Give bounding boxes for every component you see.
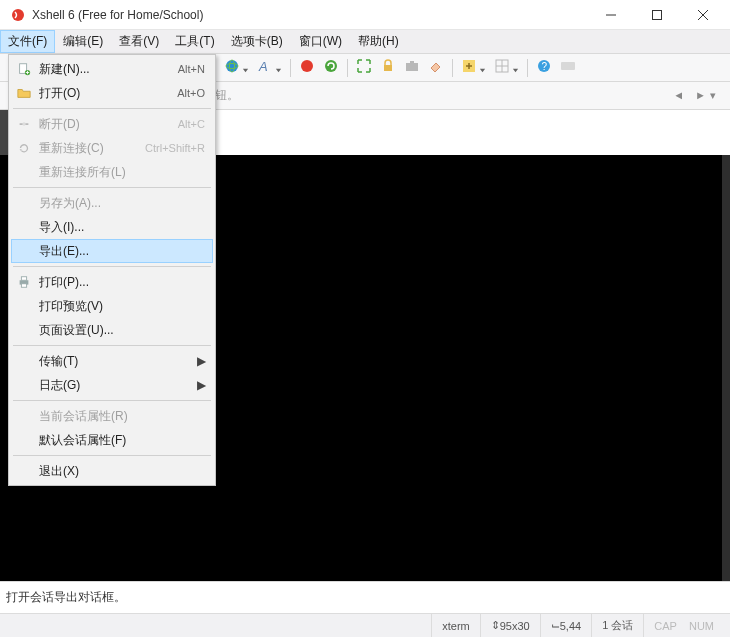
menu-tools[interactable]: 工具(T) [167,30,222,53]
svg-point-10 [325,60,337,72]
menu-item-l: 重新连接所有(L) [11,160,213,184]
xshell-icon[interactable] [299,58,315,77]
svg-point-0 [12,9,24,21]
svg-rect-13 [410,61,414,63]
help-icon[interactable]: ? [536,58,552,77]
menu-item-label: 导出(E)... [39,243,205,260]
print-icon [15,274,33,290]
menu-item-i[interactable]: 导入(I)... [11,215,213,239]
status-sessions: 1 会话 [591,614,643,637]
svg-point-9 [301,60,313,72]
app-logo-icon [10,7,26,23]
menu-tab[interactable]: 选项卡(B) [223,30,291,53]
file-menu-dropdown: 新建(N)...Alt+N打开(O)Alt+O断开(D)Alt+C重新连接(C)… [8,54,216,486]
close-button[interactable] [680,0,726,30]
menu-file[interactable]: 文件(F) [0,30,55,53]
menu-item-label: 断开(D) [39,116,178,133]
menu-item-e[interactable]: 导出(E)... [11,239,213,263]
svg-point-5 [226,60,238,72]
titlebar: Xshell 6 (Free for Home/School) [0,0,730,30]
blank-icon [15,463,33,479]
fullscreen-icon[interactable] [356,58,372,77]
keyboard-icon[interactable] [560,58,576,77]
blank-icon [15,322,33,338]
toolbar-separator [347,59,348,77]
disconnect-icon [15,116,33,132]
menu-item-label: 当前会话属性(R) [39,408,205,425]
svg-rect-12 [406,63,418,71]
menu-window[interactable]: 窗口(W) [291,30,350,53]
refresh-icon[interactable] [323,58,339,77]
menu-item-x[interactable]: 退出(X) [11,459,213,483]
menu-item-label: 导入(I)... [39,219,205,236]
blank-icon [15,219,33,235]
menu-item-label: 传输(T) [39,353,197,370]
terminal-scrollbar[interactable] [722,155,730,581]
nav-arrows[interactable]: ◄ ►▾ [673,89,720,102]
menu-separator [13,108,211,109]
blank-icon [15,408,33,424]
menu-item-label: 打开(O) [39,85,177,102]
lock-icon[interactable] [380,58,396,77]
menu-item-p[interactable]: 打印(P)... [11,270,213,294]
menu-item-a: 另存为(A)... [11,191,213,215]
menu-item-accelerator: Alt+N [178,63,205,75]
blank-icon [15,298,33,314]
menu-view[interactable]: 查看(V) [111,30,167,53]
menu-item-t[interactable]: 传输(T)▶ [11,349,213,373]
reconnect-icon [15,140,33,156]
briefcase-icon[interactable] [404,58,420,77]
window-title: Xshell 6 (Free for Home/School) [32,8,588,22]
menu-help[interactable]: 帮助(H) [350,30,407,53]
layout-icon[interactable] [494,58,519,77]
menu-item-label: 日志(G) [39,377,197,394]
svg-rect-20 [561,62,575,70]
font-icon[interactable]: A [257,58,282,77]
menu-separator [13,455,211,456]
add-icon[interactable] [461,58,486,77]
menu-item-accelerator: Alt+C [178,118,205,130]
terminal-gutter [0,110,8,155]
globe-icon[interactable] [224,58,249,77]
menu-item-label: 退出(X) [39,463,205,480]
maximize-button[interactable] [634,0,680,30]
menu-item-accelerator: Ctrl+Shift+R [145,142,205,154]
blank-icon [15,432,33,448]
menu-separator [13,187,211,188]
svg-rect-26 [21,284,26,288]
new-file-icon [15,61,33,77]
menubar: 文件(F) 编辑(E) 查看(V) 工具(T) 选项卡(B) 窗口(W) 帮助(… [0,30,730,54]
menu-separator [13,400,211,401]
blank-icon [15,195,33,211]
menu-item-label: 重新连接所有(L) [39,164,205,181]
menu-edit[interactable]: 编辑(E) [55,30,111,53]
status-num: NUM [687,614,724,637]
menu-item-o[interactable]: 打开(O)Alt+O [11,81,213,105]
menu-item-g[interactable]: 日志(G)▶ [11,373,213,397]
menu-item-u[interactable]: 页面设置(U)... [11,318,213,342]
menu-item-n[interactable]: 新建(N)...Alt+N [11,57,213,81]
eraser-icon[interactable] [428,58,444,77]
svg-rect-2 [653,10,662,19]
svg-text:A: A [258,59,268,74]
status-pos: ⌙ 5,44 [540,614,591,637]
status-cap: CAP [643,614,687,637]
status-xterm: xterm [431,614,480,637]
submenu-arrow-icon: ▶ [197,354,205,368]
menu-item-v[interactable]: 打印预览(V) [11,294,213,318]
svg-rect-11 [384,65,392,71]
menu-item-label: 新建(N)... [39,61,178,78]
toolbar-separator [290,59,291,77]
hint-bar: 打开会话导出对话框。 [0,581,730,613]
status-size: ⇕ 95x30 [480,614,540,637]
menu-separator [13,345,211,346]
menu-item-label: 默认会话属性(F) [39,432,205,449]
minimize-button[interactable] [588,0,634,30]
hint-text: 打开会话导出对话框。 [6,589,126,606]
menu-item-label: 打印(P)... [39,274,205,291]
blank-icon [15,164,33,180]
menu-item-accelerator: Alt+O [177,87,205,99]
folder-open-icon [15,85,33,101]
toolbar-separator [527,59,528,77]
menu-item-f[interactable]: 默认会话属性(F) [11,428,213,452]
